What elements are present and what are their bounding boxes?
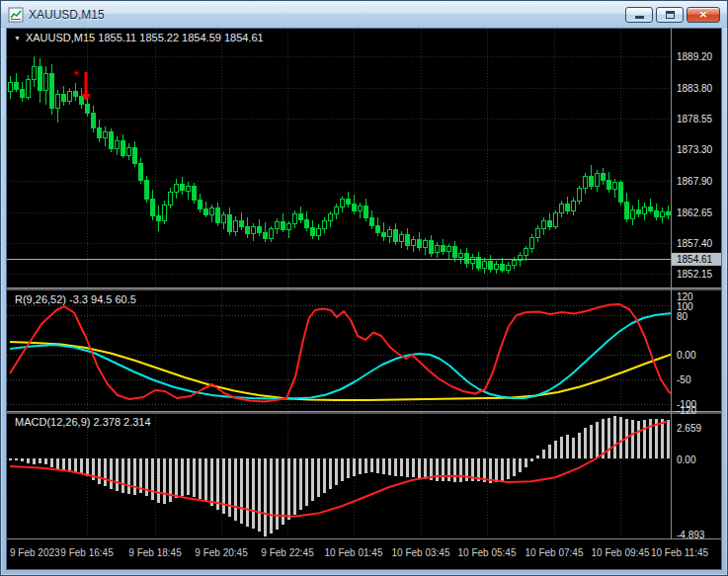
svg-text:10 Feb 05:45: 10 Feb 05:45	[458, 547, 517, 558]
svg-text:1852.15: 1852.15	[677, 269, 713, 280]
maximize-icon	[666, 11, 675, 19]
svg-text:80: 80	[677, 311, 688, 322]
window-title: XAUUSD,M15	[29, 8, 105, 22]
svg-text:2.659: 2.659	[677, 423, 701, 434]
svg-text:1878.55: 1878.55	[677, 114, 713, 124]
svg-text:1857.40: 1857.40	[677, 238, 713, 249]
svg-text:10 Feb 09:45: 10 Feb 09:45	[592, 547, 650, 558]
svg-text:9 Feb 2023: 9 Feb 2023	[10, 547, 60, 558]
mini-chart-icon	[8, 7, 24, 23]
svg-text:0.00: 0.00	[677, 454, 696, 465]
svg-text:*: *	[73, 67, 79, 83]
svg-text:1889.20: 1889.20	[677, 51, 713, 62]
close-button[interactable]: ✕	[687, 7, 720, 23]
svg-text:10 Feb 11:45: 10 Feb 11:45	[651, 547, 709, 558]
svg-text:9 Feb 16:45: 9 Feb 16:45	[60, 547, 114, 558]
window-controls: ✕	[625, 7, 720, 23]
chart-canvas[interactable]: 1854.611889.201883.801878.551873.301867.…	[7, 29, 721, 569]
svg-text:-120: -120	[677, 405, 696, 416]
svg-text:10 Feb 07:45: 10 Feb 07:45	[526, 547, 584, 558]
svg-text:1854.61: 1854.61	[677, 254, 713, 265]
svg-text:1873.30: 1873.30	[677, 144, 713, 155]
chart-window: XAUUSD,M15 ✕ 1854.611889.201883.801878.5…	[0, 0, 728, 576]
window-titlebar[interactable]: XAUUSD,M15 ✕	[1, 1, 727, 28]
svg-text:10 Feb 03:45: 10 Feb 03:45	[392, 547, 450, 558]
svg-text:1883.80: 1883.80	[677, 83, 713, 94]
minimize-button[interactable]	[625, 7, 653, 23]
svg-text:9 Feb 22:45: 9 Feb 22:45	[261, 547, 314, 558]
svg-text:1867.90: 1867.90	[677, 176, 713, 187]
minimize-icon	[635, 16, 644, 19]
chart-area[interactable]: 1854.611889.201883.801878.551873.301867.…	[7, 29, 721, 569]
svg-text:0.00: 0.00	[677, 350, 696, 361]
chart-window-icon[interactable]	[8, 7, 24, 23]
svg-text:9 Feb 18:45: 9 Feb 18:45	[128, 547, 182, 558]
maximize-button[interactable]	[656, 7, 684, 23]
close-icon: ✕	[699, 9, 707, 20]
svg-text:-4.893: -4.893	[677, 530, 705, 540]
svg-text:1862.65: 1862.65	[677, 207, 713, 218]
svg-text:9 Feb 20:45: 9 Feb 20:45	[195, 547, 248, 558]
svg-text:10 Feb 01:45: 10 Feb 01:45	[325, 547, 383, 558]
chart-background	[7, 29, 721, 569]
svg-text:-50: -50	[677, 374, 691, 385]
